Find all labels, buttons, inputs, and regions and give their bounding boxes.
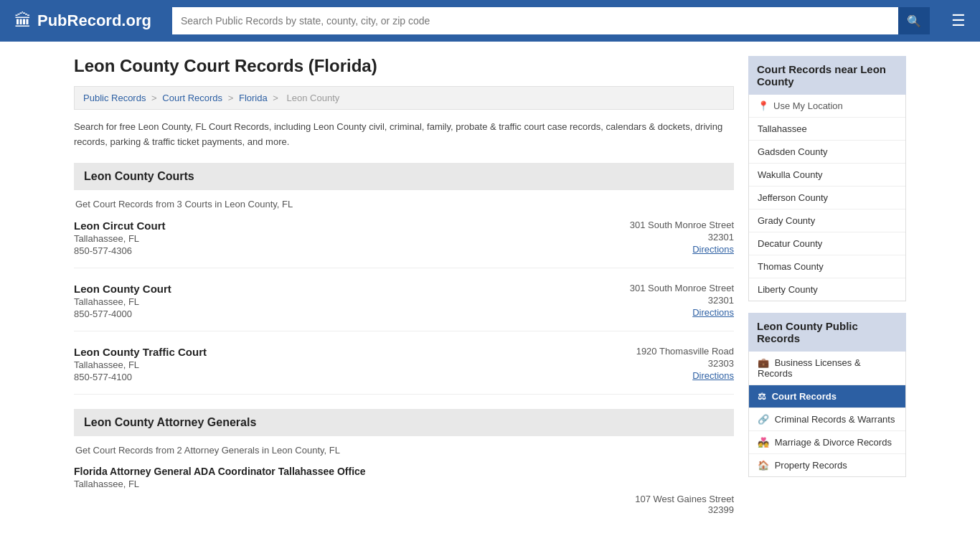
content-area: Leon County Court Records (Florida) Publ… xyxy=(74,56,734,515)
courts-section-desc: Get Court Records from 3 Courts in Leon … xyxy=(74,199,734,209)
sidebar-item-court-records[interactable]: ⚖ Court Records xyxy=(749,385,905,408)
sidebar-item-criminal-records[interactable]: 🔗 Criminal Records & Warrants xyxy=(749,408,905,431)
attorney-city: Tallahassee, FL xyxy=(74,479,734,489)
address-line2: 32303 xyxy=(636,358,734,369)
sidebar-item-label: Business Licenses & Records xyxy=(758,357,861,379)
attorney-name: Florida Attorney General ADA Coordinator… xyxy=(74,466,734,477)
court-phone: 850-577-4000 xyxy=(74,309,171,319)
breadcrumb-florida[interactable]: Florida xyxy=(239,93,268,103)
court-address: 301 South Monroe Street 32301 Directions xyxy=(630,283,734,319)
house-icon: 🏠 xyxy=(758,460,769,471)
sidebar-item-marriage-records[interactable]: 💑 Marriage & Divorce Records xyxy=(749,431,905,454)
search-button[interactable]: 🔍 xyxy=(898,7,930,34)
breadcrumb-court-records[interactable]: Court Records xyxy=(162,93,222,103)
sidebar-item-tallahassee[interactable]: Tallahassee xyxy=(749,118,905,141)
directions-link[interactable]: Directions xyxy=(692,370,734,381)
court-address: 301 South Monroe Street 32301 Directions xyxy=(630,220,734,256)
attorney-addr-line2: 32399 xyxy=(635,504,734,515)
attorney-address: 107 West Gaines Street 32399 xyxy=(74,494,734,515)
directions-link[interactable]: Directions xyxy=(692,244,734,255)
address-line2: 32301 xyxy=(630,232,734,242)
court-entry: Leon County Court Tallahassee, FL 850-57… xyxy=(74,283,734,331)
court-address: 1920 Thomasville Road 32303 Directions xyxy=(636,346,734,382)
court-phone: 850-577-4306 xyxy=(74,245,166,256)
sidebar-item-label: Criminal Records & Warrants xyxy=(775,414,895,425)
breadcrumb-leon-county: Leon County xyxy=(287,93,340,103)
main-container: Leon County Court Records (Florida) Publ… xyxy=(60,42,920,529)
page-description: Search for free Leon County, FL Court Re… xyxy=(74,120,734,150)
court-entry: Leon County Traffic Court Tallahassee, F… xyxy=(74,346,734,395)
sidebar-item-decatur[interactable]: Decatur County xyxy=(749,232,905,255)
court-city: Tallahassee, FL xyxy=(74,233,166,244)
use-my-location-item[interactable]: 📍 Use My Location xyxy=(749,95,905,118)
court-name: Leon County Traffic Court xyxy=(74,346,207,358)
sidebar-item-grady[interactable]: Grady County xyxy=(749,209,905,232)
address-line2: 32301 xyxy=(630,295,734,306)
sidebar-item-jefferson[interactable]: Jefferson County xyxy=(749,187,905,209)
court-phone: 850-577-4100 xyxy=(74,372,207,382)
attorney-entry: Florida Attorney General ADA Coordinator… xyxy=(74,466,734,489)
sidebar-item-label: Court Records xyxy=(772,391,837,402)
court-name: Leon Circut Court xyxy=(74,220,166,232)
address-line1: 301 South Monroe Street xyxy=(630,220,734,230)
use-my-location-label: Use My Location xyxy=(773,100,843,111)
directions-link[interactable]: Directions xyxy=(692,307,734,318)
nearby-section-title: Court Records near Leon County xyxy=(748,56,906,95)
sidebar: Court Records near Leon County 📍 Use My … xyxy=(748,56,906,515)
logo[interactable]: 🏛 PubRecord.org xyxy=(14,11,158,31)
public-records-section-title: Leon County Public Records xyxy=(748,313,906,352)
public-records-list: 💼 Business Licenses & Records ⚖ Court Re… xyxy=(748,352,906,477)
court-info: Leon County Traffic Court Tallahassee, F… xyxy=(74,346,207,382)
sidebar-item-business-licenses[interactable]: 💼 Business Licenses & Records xyxy=(749,352,905,385)
sidebar-item-liberty[interactable]: Liberty County xyxy=(749,278,905,301)
search-area: 🔍 xyxy=(172,7,930,34)
court-info: Leon Circut Court Tallahassee, FL 850-57… xyxy=(74,220,166,256)
attorney-section-desc: Get Court Records from 2 Attorney Genera… xyxy=(74,445,734,456)
sidebar-item-label: Marriage & Divorce Records xyxy=(775,437,892,448)
location-icon: 📍 xyxy=(758,100,769,111)
courts-section-header: Leon County Courts xyxy=(74,163,734,190)
menu-button[interactable]: ☰ xyxy=(951,11,966,30)
court-name: Leon County Court xyxy=(74,283,171,295)
search-input[interactable] xyxy=(172,7,898,34)
search-icon: 🔍 xyxy=(907,15,921,27)
menu-icon: ☰ xyxy=(951,11,966,29)
sidebar-item-wakulla[interactable]: Wakulla County xyxy=(749,164,905,187)
logo-text: PubRecord.org xyxy=(37,11,151,30)
address-line1: 1920 Thomasville Road xyxy=(636,346,734,357)
scale-icon: ⚖ xyxy=(758,391,766,402)
sidebar-item-label: Property Records xyxy=(775,460,847,471)
court-city: Tallahassee, FL xyxy=(74,359,207,370)
sidebar-item-property-records[interactable]: 🏠 Property Records xyxy=(749,454,905,476)
attorney-section-header: Leon County Attorney Generals xyxy=(74,409,734,436)
address-line1: 301 South Monroe Street xyxy=(630,283,734,293)
nearby-list: 📍 Use My Location Tallahassee Gadsden Co… xyxy=(748,95,906,301)
breadcrumb: Public Records > Court Records > Florida… xyxy=(74,86,734,110)
sidebar-item-gadsden[interactable]: Gadsden County xyxy=(749,141,905,164)
briefcase-icon: 💼 xyxy=(758,357,769,368)
attorney-addr-line1: 107 West Gaines Street xyxy=(635,494,734,504)
court-city: Tallahassee, FL xyxy=(74,296,171,307)
chain-icon: 🔗 xyxy=(758,414,769,425)
court-info: Leon County Court Tallahassee, FL 850-57… xyxy=(74,283,171,319)
court-entry: Leon Circut Court Tallahassee, FL 850-57… xyxy=(74,220,734,268)
sidebar-item-thomas[interactable]: Thomas County xyxy=(749,255,905,278)
breadcrumb-public-records[interactable]: Public Records xyxy=(83,93,146,103)
page-title: Leon County Court Records (Florida) xyxy=(74,56,734,76)
couple-icon: 💑 xyxy=(758,437,769,448)
logo-icon: 🏛 xyxy=(14,11,32,31)
site-header: 🏛 PubRecord.org 🔍 ☰ xyxy=(0,0,980,42)
